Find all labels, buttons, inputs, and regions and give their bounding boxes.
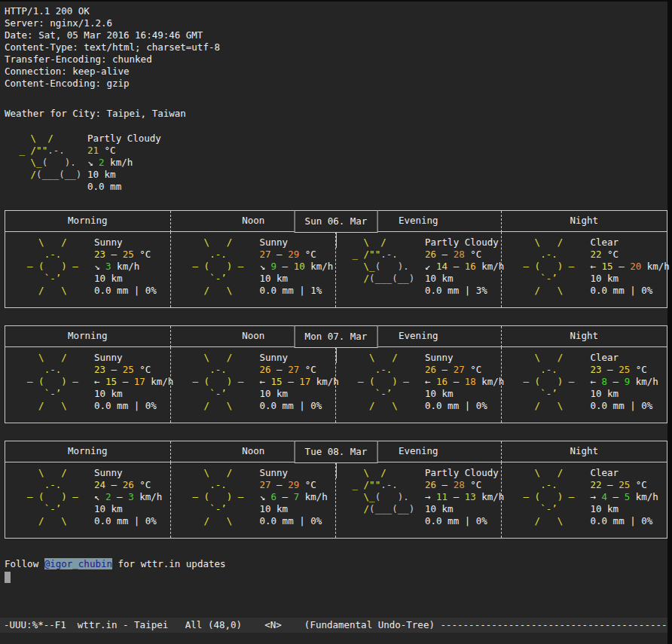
- detail-line: 26 – 27 °C: [260, 364, 336, 376]
- art-line: ‒ ( ) ‒: [16, 261, 94, 273]
- text-token: .-.: [380, 479, 398, 490]
- art-line: ‒ ( ) ‒: [16, 491, 94, 503]
- text-token: Partly Cloudy: [425, 467, 499, 478]
- detail-line: ← 8 – 9 km/h: [591, 376, 667, 388]
- art-line: / \: [512, 400, 591, 412]
- text-token: –: [436, 249, 454, 260]
- current-conditions: \ / _ /"".-. \_( ). /(___(__) Partly Clo…: [14, 133, 667, 193]
- text-token: _ /"": [347, 249, 380, 260]
- text-token: Server: nginx/1.2.6: [5, 17, 112, 29]
- text-token: Partly Cloudy: [87, 133, 161, 144]
- forecast-cell: \ / .-. ‒ ( ) ‒ `-’ / \Sunny27 – 29 °C↘ …: [171, 232, 337, 307]
- art-line: / \: [182, 285, 260, 297]
- cell-details: Sunny27 – 29 °C↘ 6 – 7 km/h10 km0.0 mm |…: [260, 467, 336, 527]
- text-token: km/h: [641, 261, 670, 272]
- detail-line: 0.0 mm | 0%: [591, 515, 667, 527]
- emacs-modeline[interactable]: -UUU:%*--F1 wttr.in - Taipei All (48,0) …: [0, 618, 667, 633]
- detail-line: ← 16 – 18 km/h: [425, 376, 501, 388]
- forecast-cell: \ / .-. ‒ ( ) ‒ `-’ / \Sunny24 – 26 °C↖ …: [5, 462, 171, 538]
- detail-line: 0.0 mm | 0%: [94, 400, 170, 412]
- art-line: \_( ).: [14, 157, 87, 169]
- period-header: Night: [502, 211, 667, 232]
- art-line: `-’: [182, 273, 260, 285]
- art-line: ‒ ( ) ‒: [512, 376, 591, 388]
- art-line: / \: [512, 285, 591, 297]
- twitter-handle-link[interactable]: @igor_chubin: [44, 558, 112, 569]
- text-token: km/h: [305, 261, 334, 272]
- text-token: °C: [630, 479, 647, 490]
- detail-line: 26 – 28 °C: [425, 479, 501, 491]
- forecast-day: Sun 06. MarMorningNoonEveningNight \ / .…: [5, 210, 667, 308]
- text-cursor: [5, 572, 11, 583]
- text-token: 10: [294, 261, 305, 272]
- text-token: 27: [260, 249, 271, 260]
- art-line: _ /"".-.: [14, 145, 87, 157]
- text-token: km/h: [476, 376, 505, 387]
- art-line: \ /: [347, 237, 425, 249]
- detail-line: 10 km: [94, 388, 170, 400]
- text-token: –: [271, 249, 289, 260]
- text-token: –: [447, 491, 465, 502]
- art-line: `-’: [512, 388, 591, 400]
- text-token: / \: [16, 515, 67, 526]
- art-line: \ /: [182, 237, 260, 249]
- text-token: –: [447, 261, 465, 272]
- http-header-line: Transfer-Encoding: chunked: [5, 53, 667, 66]
- forecast-cell: \ / .-. ‒ ( ) ‒ `-’ / \Sunny26 – 27 °C← …: [171, 347, 337, 423]
- art-line: .-.: [512, 364, 591, 376]
- text-token: .-.: [182, 249, 227, 260]
- detail-line: Sunny: [425, 352, 501, 364]
- cell-details: Partly Cloudy26 – 28 °C→ 11 – 13 km/h10 …: [425, 467, 501, 527]
- text-token: ‒ ( ) ‒: [512, 261, 575, 272]
- current-weather-art: \ / _ /"".-. \_( ). /(___(__): [14, 133, 87, 193]
- text-token: °C: [465, 364, 482, 375]
- text-token: 2: [105, 491, 111, 502]
- detail-line: → 11 – 13 km/h: [425, 491, 501, 503]
- art-sunny: \ / .-. ‒ ( ) ‒ `-’ / \: [182, 467, 260, 527]
- text-token: ‒ ( ) ‒: [347, 376, 409, 387]
- date-box: Sun 06. Mar: [295, 210, 378, 233]
- text-token: →: [591, 491, 602, 502]
- text-token: 0.0 mm | 0%: [425, 515, 487, 526]
- text-token: 26: [123, 479, 134, 490]
- text-token: ←: [94, 376, 105, 387]
- detail-line: 0.0 mm | 0%: [425, 400, 501, 412]
- text-token: 17: [134, 376, 145, 387]
- text-token: Clear: [591, 352, 619, 363]
- text-token: Sunny: [94, 352, 123, 363]
- date-box-connector: [336, 462, 337, 478]
- text-token: km/h: [310, 376, 339, 387]
- text-token: 10 km: [94, 273, 123, 284]
- text-token: °C: [630, 364, 647, 375]
- http-header-line: Server: nginx/1.2.6: [5, 17, 667, 29]
- cell-details: Clear22 °C← 15 – 20 km/h10 km0.0 mm | 0%: [591, 237, 667, 297]
- detail-line: 0.0 mm | 0%: [591, 400, 667, 412]
- art-line: .-.: [182, 479, 260, 491]
- forecast-cell: \ / _ /"".-. \_( ). /(___(__)Partly Clou…: [336, 232, 502, 307]
- text-token: `-’: [182, 503, 227, 514]
- art-line: \ /: [512, 467, 591, 479]
- detail-line: ↘ 9 – 10 km/h: [260, 261, 336, 273]
- text-token: 10 km: [87, 169, 116, 180]
- detail-line: ↘ 6 – 7 km/h: [260, 491, 336, 503]
- text-token: –: [105, 249, 123, 260]
- text-token: `-’: [16, 503, 61, 514]
- art-sunny: \ / .-. ‒ ( ) ‒ `-’ / \: [347, 352, 425, 412]
- period-header: Morning: [5, 211, 171, 232]
- cell-details: Sunny24 – 26 °C↖ 2 – 3 km/h10 km0.0 mm |…: [94, 467, 170, 527]
- text-token: .-.: [347, 364, 392, 375]
- text-token: Clear: [591, 467, 619, 478]
- art-line: \ /: [512, 352, 591, 364]
- forecast-day: Mon 07. MarMorningNoonEveningNight \ / .…: [5, 325, 667, 423]
- text-token: 15: [105, 376, 117, 387]
- text-token: ‒ ( ) ‒: [182, 491, 244, 502]
- text-token: °C: [299, 364, 316, 375]
- text-token: –: [276, 491, 294, 502]
- detail-line: 10 km: [87, 169, 667, 181]
- text-token: 0.0 mm | 0%: [591, 400, 653, 411]
- art-line: ‒ ( ) ‒: [512, 491, 591, 503]
- text-token: .-.: [512, 479, 557, 490]
- detail-line: 23 – 25 °C: [591, 364, 667, 376]
- art-line: ‒ ( ) ‒: [512, 261, 591, 273]
- text-token: 15: [271, 376, 283, 387]
